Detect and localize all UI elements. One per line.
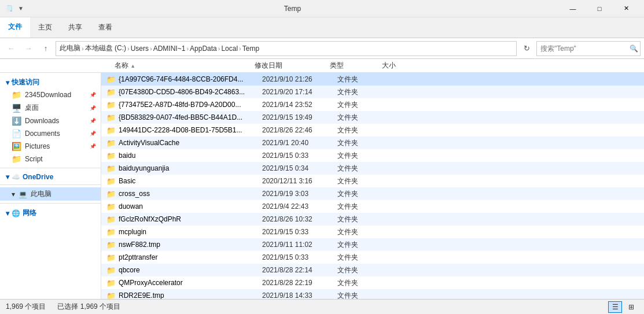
back-button[interactable]: ← bbox=[3, 41, 19, 56]
table-row[interactable]: 📁 pt2pttransfer 2021/9/15 0:33 文件夹 bbox=[101, 251, 644, 264]
table-row[interactable]: 📁 RDR2E9E.tmp 2021/9/18 14:33 文件夹 bbox=[101, 289, 644, 299]
table-row[interactable]: 📁 {773475E2-A87D-48fd-B7D9-A20D00... 202… bbox=[101, 98, 644, 111]
search-input[interactable] bbox=[540, 45, 627, 53]
file-type: 文件夹 bbox=[337, 265, 389, 275]
file-name: mcplugin bbox=[116, 228, 262, 236]
ribbon-tab-view[interactable]: 查看 bbox=[90, 17, 120, 38]
minimize-button[interactable]: ― bbox=[560, 0, 586, 17]
sep-5: › bbox=[218, 45, 220, 52]
sidebar-quick-access[interactable]: ▾ 快速访问 bbox=[0, 75, 101, 88]
sidebar-item-script[interactable]: 📁 Script bbox=[0, 153, 101, 165]
file-type: 文件夹 bbox=[337, 113, 389, 123]
file-name: pt2pttransfer bbox=[116, 253, 262, 261]
file-date: 2021/8/28 22:19 bbox=[262, 279, 337, 287]
ribbon: 文件 主页 共享 查看 bbox=[0, 17, 644, 38]
file-name: QMProxyAccelerator bbox=[116, 279, 262, 287]
up-button[interactable]: ↑ bbox=[38, 41, 53, 56]
table-row[interactable]: 📁 qbcore 2021/8/28 22:14 文件夹 bbox=[101, 264, 644, 276]
sidebar-item-desktop[interactable]: 🖥️ 桌面 📌 bbox=[0, 101, 101, 114]
folder-icon: 📁 bbox=[12, 90, 21, 99]
table-row[interactable]: 📁 mcplugin 2021/9/15 0:33 文件夹 bbox=[101, 226, 644, 238]
file-type: 文件夹 bbox=[337, 125, 389, 135]
file-date: 2021/9/20 17:14 bbox=[262, 88, 337, 96]
title-bar-icon-1: 🗒️ bbox=[5, 4, 14, 13]
refresh-button[interactable]: ↻ bbox=[519, 41, 534, 56]
network-label: 网络 bbox=[23, 208, 36, 218]
folder-icon: 📁 bbox=[106, 227, 116, 237]
sidebar-item-thispc[interactable]: ▾ 💻 此电脑 bbox=[0, 187, 101, 201]
file-name: fGclzRoNfXzQdPhR bbox=[116, 215, 262, 223]
sep-4: › bbox=[186, 45, 189, 52]
breadcrumb-thispc[interactable]: 此电脑 bbox=[60, 43, 80, 53]
file-date: 2021/9/11 11:02 bbox=[262, 241, 337, 249]
breadcrumb-temp[interactable]: Temp bbox=[242, 45, 259, 53]
table-row[interactable]: 📁 duowan 2021/9/4 22:43 文件夹 bbox=[101, 200, 644, 213]
breadcrumb-users[interactable]: Users bbox=[131, 45, 149, 53]
ribbon-tab-share[interactable]: 共享 bbox=[60, 17, 90, 38]
sidebar-label-2345download: 2345Download bbox=[25, 91, 71, 99]
folder-icon: 📁 bbox=[106, 163, 116, 173]
sidebar: ▾ 快速访问 📁 2345Download 📌 🖥️ 桌面 📌 ⬇️ Downl… bbox=[0, 73, 101, 299]
sidebar-label-documents: Documents bbox=[25, 130, 60, 138]
ribbon-tab-home[interactable]: 主页 bbox=[30, 17, 60, 38]
title-bar-icon-2: ▼ bbox=[16, 4, 25, 13]
breadcrumb-admin[interactable]: ADMINI~1 bbox=[153, 45, 186, 53]
sidebar-item-documents[interactable]: 📄 Documents 📌 bbox=[0, 127, 101, 140]
file-list[interactable]: 📁 {1A997C96-74F6-4484-8CCB-206FD4... 202… bbox=[101, 73, 644, 299]
sidebar-item-2345download[interactable]: 📁 2345Download 📌 bbox=[0, 88, 101, 101]
thispc-icon: 💻 bbox=[19, 190, 27, 198]
file-type: 文件夹 bbox=[337, 291, 389, 300]
breadcrumb-bar[interactable]: 此电脑 › 本地磁盘 (C:) › Users › ADMINI~1 › App… bbox=[56, 41, 517, 56]
file-date: 2021/9/15 0:33 bbox=[262, 253, 337, 261]
sep-2: › bbox=[127, 45, 130, 52]
table-row[interactable]: 📁 cross_oss 2021/9/19 3:03 文件夹 bbox=[101, 187, 644, 200]
file-date: 2021/8/28 22:14 bbox=[262, 266, 337, 274]
search-box: 🔍 bbox=[536, 41, 641, 56]
close-button[interactable]: ✕ bbox=[613, 0, 639, 17]
col-header-date[interactable]: 修改日期 bbox=[255, 61, 330, 71]
sidebar-label-downloads: Downloads bbox=[25, 117, 59, 125]
file-type: 文件夹 bbox=[337, 100, 389, 110]
breadcrumb-drive[interactable]: 本地磁盘 (C:) bbox=[85, 43, 126, 53]
file-date: 2021/9/1 20:40 bbox=[262, 139, 337, 147]
sidebar-item-pictures[interactable]: 🖼️ Pictures 📌 bbox=[0, 140, 101, 153]
sidebar-network[interactable]: ▾ 🌐 网络 bbox=[0, 206, 101, 219]
tiles-view-button[interactable]: ⊞ bbox=[624, 301, 638, 313]
file-name: {773475E2-A87D-48fd-B7D9-A20D00... bbox=[116, 101, 262, 109]
folder-icon: 📁 bbox=[106, 201, 116, 212]
file-type: 文件夹 bbox=[337, 227, 389, 237]
window-controls: ― □ ✕ bbox=[560, 0, 639, 17]
table-row[interactable]: 📁 {07E4380D-CD5D-4806-BD49-2C4863... 202… bbox=[101, 86, 644, 98]
table-row[interactable]: 📁 149441DC-2228-4D08-BED1-75D5B1... 2021… bbox=[101, 124, 644, 136]
col-header-name[interactable]: 名称 ▲ bbox=[103, 61, 255, 71]
file-date: 2021/9/15 19:49 bbox=[262, 113, 337, 121]
table-row[interactable]: 📁 baiduyunguanjia 2021/9/15 0:34 文件夹 bbox=[101, 162, 644, 175]
col-header-size[interactable]: 大小 bbox=[382, 61, 428, 71]
table-row[interactable]: 📁 Basic 2020/12/11 3:16 文件夹 bbox=[101, 175, 644, 187]
ribbon-tab-file[interactable]: 文件 bbox=[0, 17, 30, 38]
thispc-label: 此电脑 bbox=[31, 189, 51, 199]
sep-3: › bbox=[150, 45, 152, 52]
breadcrumb-local[interactable]: Local bbox=[221, 45, 238, 53]
file-date: 2021/8/26 22:46 bbox=[262, 126, 337, 134]
folder-icon: 📁 bbox=[106, 290, 116, 299]
table-row[interactable]: 📁 {1A997C96-74F6-4484-8CCB-206FD4... 202… bbox=[101, 73, 644, 86]
sidebar-onedrive[interactable]: ▾ ☁️ OneDrive bbox=[0, 171, 101, 182]
table-row[interactable]: 📁 {BD583829-0A07-4fed-BB5C-B44A1D... 202… bbox=[101, 111, 644, 124]
col-header-type[interactable]: 类型 bbox=[330, 61, 382, 71]
breadcrumb-appdata[interactable]: AppData bbox=[190, 45, 217, 53]
details-view-button[interactable]: ☰ bbox=[608, 301, 622, 313]
forward-button[interactable]: → bbox=[21, 41, 36, 56]
selected-count: 已选择 1,969 个项目 bbox=[57, 302, 120, 312]
maximize-button[interactable]: □ bbox=[586, 0, 613, 17]
sidebar-divider-3 bbox=[0, 203, 101, 204]
file-type: 文件夹 bbox=[337, 75, 389, 84]
sidebar-item-downloads[interactable]: ⬇️ Downloads 📌 bbox=[0, 114, 101, 127]
table-row[interactable]: 📁 QMProxyAccelerator 2021/8/28 22:19 文件夹 bbox=[101, 276, 644, 289]
table-row[interactable]: 📁 ActivityVisualCache 2021/9/1 20:40 文件夹 bbox=[101, 136, 644, 149]
onedrive-arrow: ▾ bbox=[6, 173, 9, 181]
table-row[interactable]: 📁 baidu 2021/9/15 0:33 文件夹 bbox=[101, 149, 644, 162]
folder-icon: 📁 bbox=[106, 99, 116, 110]
table-row[interactable]: 📁 fGclzRoNfXzQdPhR 2021/8/26 10:32 文件夹 bbox=[101, 213, 644, 226]
table-row[interactable]: 📁 nswF882.tmp 2021/9/11 11:02 文件夹 bbox=[101, 238, 644, 251]
